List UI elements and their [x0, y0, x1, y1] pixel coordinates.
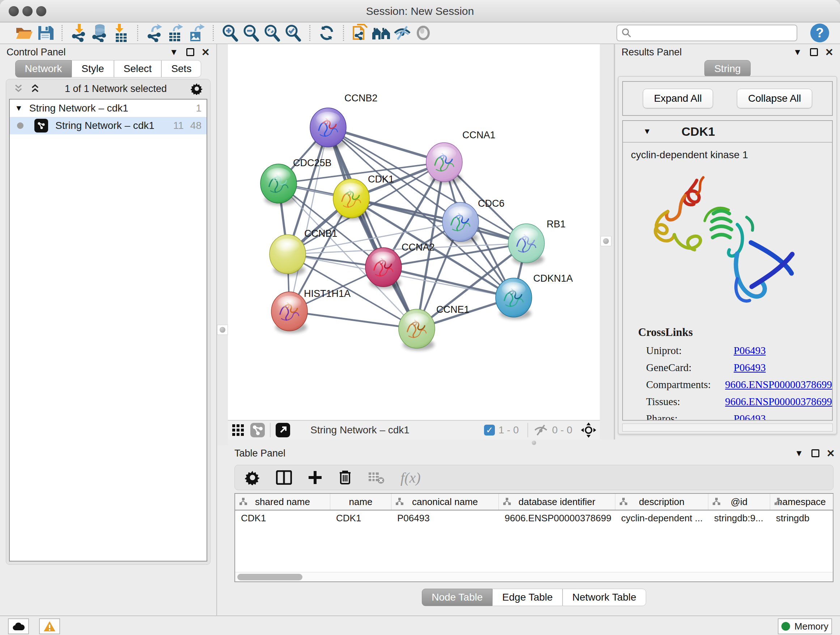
cloud-status-button[interactable]: [8, 618, 29, 634]
cell-description[interactable]: cyclin-dependent ...: [615, 510, 708, 526]
panel-menu-icon[interactable]: ▼: [795, 448, 804, 458]
node-label: CDK1: [368, 174, 394, 185]
splitter-grip[interactable]: [532, 440, 536, 445]
network-node-HIST1H1A[interactable]: HIST1H1A: [271, 288, 351, 333]
network-view-toolbar: String Network – cdk1 ✓ 1 - 0 0 - 0: [228, 420, 600, 440]
cell-shared-name[interactable]: CDK1: [235, 510, 330, 526]
vertical-splitter-left[interactable]: [217, 44, 228, 445]
crosslink-link[interactable]: P06493: [734, 345, 766, 356]
panel-menu-icon[interactable]: ▼: [170, 47, 178, 57]
cell-canonical-name[interactable]: P06493: [392, 510, 499, 526]
open-in-new-window-icon[interactable]: [276, 423, 290, 437]
tab-edge-table[interactable]: Edge Table: [493, 589, 562, 606]
tab-network-table[interactable]: Network Table: [562, 589, 646, 606]
zoom-selected-button[interactable]: [283, 24, 303, 42]
horizontal-splitter[interactable]: [228, 440, 840, 445]
hide-selected-button[interactable]: [392, 24, 413, 42]
column-header-shared-name[interactable]: shared name: [235, 494, 330, 510]
cell-namespace[interactable]: stringdb: [770, 510, 833, 526]
crosslink-link[interactable]: P06493: [734, 362, 766, 374]
zoom-in-button[interactable]: [219, 24, 240, 42]
splitter-grip[interactable]: [217, 325, 228, 335]
refresh-view-button[interactable]: [316, 24, 337, 42]
vertical-splitter-right[interactable]: [600, 44, 615, 440]
collapse-all-icon[interactable]: [13, 84, 24, 93]
close-panel-icon[interactable]: ✕: [202, 46, 210, 58]
open-session-button[interactable]: [14, 24, 35, 42]
network-node-RB1[interactable]: RB1: [508, 219, 566, 265]
selected-nodes-checkbox-icon[interactable]: ✓: [484, 424, 495, 435]
panel-menu-icon[interactable]: ▼: [793, 47, 802, 57]
network-collection-row[interactable]: ▼ String Network – cdk1 1: [10, 100, 207, 117]
expand-all-icon[interactable]: [30, 84, 41, 93]
export-network-button[interactable]: [144, 24, 165, 42]
tab-sets[interactable]: Sets: [161, 60, 201, 78]
save-session-button[interactable]: [35, 24, 56, 42]
float-panel-icon[interactable]: [812, 449, 819, 457]
results-scrollbar[interactable]: [622, 424, 833, 432]
close-panel-icon[interactable]: ✕: [825, 46, 834, 58]
column-header-canonical-name[interactable]: canonical name: [392, 494, 499, 510]
export-image-button[interactable]: [186, 24, 207, 42]
first-neighbors-button[interactable]: [371, 24, 392, 42]
navigator-crosshair-icon[interactable]: [581, 423, 596, 438]
show-columns-icon[interactable]: [276, 470, 292, 485]
scrollbar-thumb[interactable]: [237, 574, 302, 580]
tab-string[interactable]: String: [704, 60, 750, 78]
network-node-CDKN1A[interactable]: CDKN1A: [496, 273, 573, 319]
network-from-selection-button[interactable]: [350, 24, 371, 42]
search-input[interactable]: [616, 25, 797, 41]
network-row[interactable]: String Network – cdk1 11 48: [10, 117, 207, 134]
column-header-database-identifier[interactable]: database identifier: [499, 494, 615, 510]
crosslink-label: Uniprot:: [646, 345, 734, 356]
delete-column-trash-icon[interactable]: [338, 470, 352, 485]
tree-expander-icon[interactable]: ▼: [15, 103, 23, 113]
crosslink-link[interactable]: 9606.ENSP00000378699: [725, 396, 832, 408]
network-canvas[interactable]: CCNB2CCNA1CDC25BCDK1CDC6RB1CCNB1CCNA2CDK…: [228, 44, 600, 420]
tab-select[interactable]: Select: [114, 60, 162, 78]
show-all-button[interactable]: [413, 24, 434, 42]
table-horizontal-scrollbar[interactable]: [235, 572, 833, 581]
cell-@id[interactable]: stringdb:9...: [708, 510, 770, 526]
table-row[interactable]: CDK1CDK1P064939606.ENSP00000378699cyclin…: [235, 510, 833, 526]
network-node-CCNE1[interactable]: CCNE1: [399, 304, 470, 350]
zoom-fit-button[interactable]: [262, 24, 283, 42]
node-details-header[interactable]: ▼ CDK1: [623, 121, 832, 143]
network-node-CCNA1[interactable]: CCNA1: [426, 130, 496, 184]
gear-icon[interactable]: [191, 82, 203, 95]
tab-network[interactable]: Network: [15, 60, 72, 78]
splitter-grip[interactable]: [600, 236, 611, 246]
memory-button[interactable]: Memory: [778, 618, 832, 634]
crosslink-link[interactable]: 9606.ENSP00000378699: [725, 379, 832, 391]
float-panel-icon[interactable]: [810, 48, 818, 56]
expand-all-button[interactable]: Expand All: [643, 89, 713, 108]
network-node-CDC6[interactable]: CDC6: [442, 198, 505, 244]
zoom-out-button[interactable]: [240, 24, 262, 42]
collapse-section-icon[interactable]: ▼: [643, 127, 651, 136]
cell-database-identifier[interactable]: 9606.ENSP00000378699: [499, 510, 615, 526]
network-node-CCNB2[interactable]: CCNB2: [310, 93, 378, 149]
float-panel-icon[interactable]: [186, 48, 194, 56]
collapse-all-button[interactable]: Collapse All: [737, 89, 812, 108]
column-header-namespace[interactable]: namespace: [770, 494, 833, 510]
tab-style[interactable]: Style: [72, 60, 114, 78]
warnings-button[interactable]: [39, 618, 60, 634]
birdseye-grid-icon[interactable]: [232, 424, 245, 437]
network-attribute-icon: [239, 497, 248, 506]
column-header-@id[interactable]: @id: [708, 494, 770, 510]
network-badge-icon[interactable]: [250, 423, 265, 437]
close-panel-icon[interactable]: ✕: [827, 448, 835, 459]
column-header-description[interactable]: description: [615, 494, 708, 510]
search-text[interactable]: [635, 27, 792, 39]
cell-name[interactable]: CDK1: [330, 510, 392, 526]
import-network-from-file-button[interactable]: [68, 24, 89, 42]
import-network-from-database-button[interactable]: [89, 24, 111, 42]
create-column-plus-icon[interactable]: [308, 470, 322, 485]
export-table-button[interactable]: [165, 24, 186, 42]
table-options-gear-icon[interactable]: [245, 470, 260, 485]
crosslink-link[interactable]: P06493: [734, 413, 766, 421]
import-table-from-file-button[interactable]: [111, 24, 131, 42]
help-button[interactable]: ?: [810, 24, 829, 42]
column-header-name[interactable]: name: [330, 494, 392, 510]
tab-node-table[interactable]: Node Table: [422, 589, 493, 606]
